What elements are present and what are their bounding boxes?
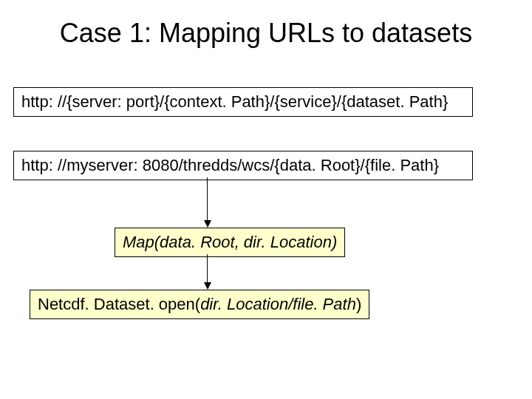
arrow-1-head — [204, 220, 211, 228]
map-box: Map(data. Root, dir. Location) — [115, 228, 345, 257]
slide: Case 1: Mapping URLs to datasets http: /… — [0, 0, 532, 399]
open-call-box: Netcdf. Dataset. open(dir. Location/file… — [30, 290, 369, 319]
slide-title: Case 1: Mapping URLs to datasets — [0, 18, 532, 49]
arrow-2-line — [207, 254, 208, 284]
open-call-text: Netcdf. Dataset. open(dir. Location/file… — [38, 295, 361, 313]
arrow-1-line — [207, 177, 208, 222]
url-template-box: http: //{server: port}/{context. Path}/{… — [13, 87, 473, 117]
url-example-box: http: //myserver: 8080/thredds/wcs/{data… — [13, 151, 473, 180]
arrow-2-head — [204, 282, 211, 290]
